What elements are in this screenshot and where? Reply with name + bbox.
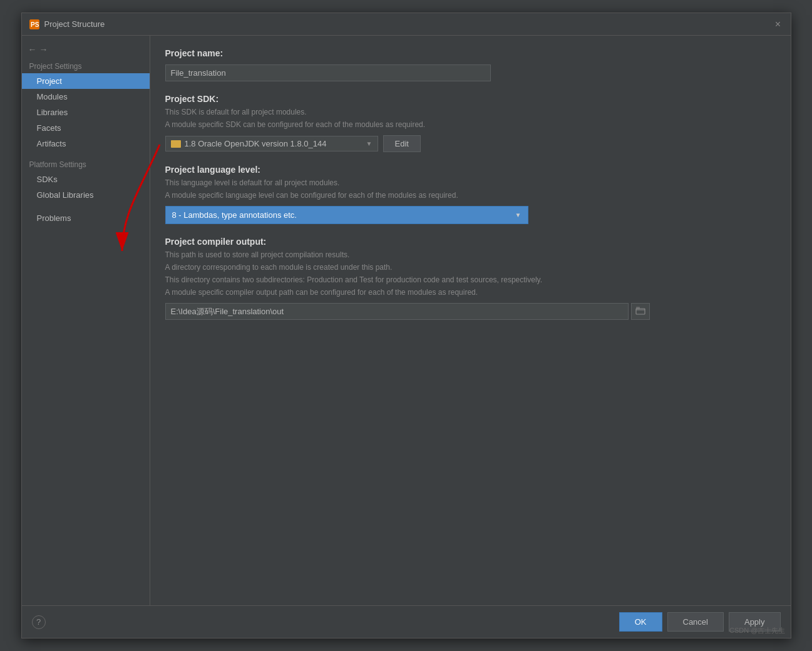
project-structure-dialog: PS Project Structure × ← → Project Setti…: [21, 13, 791, 638]
project-settings-label: Project Settings: [22, 58, 150, 73]
dialog-footer: ? OK Cancel Apply: [22, 605, 791, 638]
nav-arrows: ← →: [22, 41, 150, 58]
main-content: Project name: Project SDK: This SDK is d…: [150, 36, 791, 605]
sidebar-item-problems[interactable]: Problems: [22, 210, 150, 226]
lang-dropdown-arrow: ▼: [515, 212, 522, 218]
platform-settings-label: Platform Settings: [22, 156, 150, 172]
title-bar-left: PS Project Structure: [29, 19, 105, 29]
svg-rect-3: [636, 307, 640, 309]
sdk-value: 1.8 Oracle OpenJDK version 1.8.0_144: [185, 139, 327, 148]
app-icon: PS: [29, 19, 39, 29]
sidebar-item-modules[interactable]: Modules: [22, 89, 150, 105]
compiler-output-section: Project compiler output: This path is us…: [165, 237, 776, 320]
svg-text:PS: PS: [31, 21, 39, 28]
project-lang-label: Project language level:: [165, 165, 776, 175]
output-path-row: [165, 303, 776, 320]
project-lang-section: Project language level: This language le…: [165, 165, 776, 224]
sdk-row: 1.8 Oracle OpenJDK version 1.8.0_144 ▼ E…: [165, 135, 776, 152]
help-button[interactable]: ?: [32, 615, 46, 629]
close-button[interactable]: ×: [773, 19, 783, 29]
watermark: CSDN @吉士先生: [729, 626, 785, 635]
lang-select-wrapper: 8 - Lambdas, type annotations etc. ▼: [165, 206, 528, 224]
lang-dropdown[interactable]: 8 - Lambdas, type annotations etc. ▼: [165, 206, 528, 224]
compiler-output-label: Project compiler output:: [165, 237, 776, 247]
dialog-body: ← → Project Settings Project Modules Lib…: [22, 36, 791, 605]
compiler-desc-1: This path is used to store all project c…: [165, 249, 776, 260]
sidebar-item-libraries[interactable]: Libraries: [22, 105, 150, 120]
sdk-desc-1: This SDK is default for all project modu…: [165, 106, 776, 118]
project-sdk-label: Project SDK:: [165, 94, 776, 104]
back-button[interactable]: ←: [28, 44, 37, 54]
project-name-section: Project name:: [165, 48, 776, 91]
sidebar-item-facets[interactable]: Facets: [22, 120, 150, 136]
compiler-output-input[interactable]: [165, 303, 629, 320]
footer-left: ?: [32, 615, 46, 629]
cancel-button[interactable]: Cancel: [667, 612, 724, 632]
sdk-dropdown-arrow: ▼: [366, 140, 373, 147]
svg-rect-2: [636, 309, 645, 314]
sidebar-item-global-libraries[interactable]: Global Libraries: [22, 187, 150, 203]
sdk-edit-button[interactable]: Edit: [383, 135, 421, 152]
project-name-input[interactable]: [165, 64, 491, 81]
compiler-desc-2: A directory corresponding to each module…: [165, 262, 776, 273]
browse-button[interactable]: [631, 303, 650, 320]
forward-button[interactable]: →: [39, 44, 48, 54]
lang-desc-2: A module specific language level can be …: [165, 190, 776, 201]
dialog-title: Project Structure: [44, 19, 105, 29]
sidebar-item-sdks[interactable]: SDKs: [22, 172, 150, 187]
compiler-desc-4: A module specific compiler output path c…: [165, 287, 776, 298]
sdk-desc-2: A module specific SDK can be configured …: [165, 119, 776, 130]
sdk-folder-icon: [171, 140, 181, 148]
sidebar: ← → Project Settings Project Modules Lib…: [22, 36, 150, 605]
ok-button[interactable]: OK: [619, 612, 662, 632]
sdk-dropdown[interactable]: 1.8 Oracle OpenJDK version 1.8.0_144 ▼: [165, 136, 378, 151]
project-name-label: Project name:: [165, 48, 776, 58]
sidebar-item-project[interactable]: Project: [22, 73, 150, 89]
title-bar: PS Project Structure ×: [22, 13, 791, 36]
sidebar-item-artifacts[interactable]: Artifacts: [22, 136, 150, 151]
compiler-desc-3: This directory contains two subdirectori…: [165, 274, 776, 285]
lang-desc-1: This language level is default for all p…: [165, 177, 776, 188]
lang-value: 8 - Lambdas, type annotations etc.: [172, 210, 297, 220]
project-sdk-section: Project SDK: This SDK is default for all…: [165, 94, 776, 152]
